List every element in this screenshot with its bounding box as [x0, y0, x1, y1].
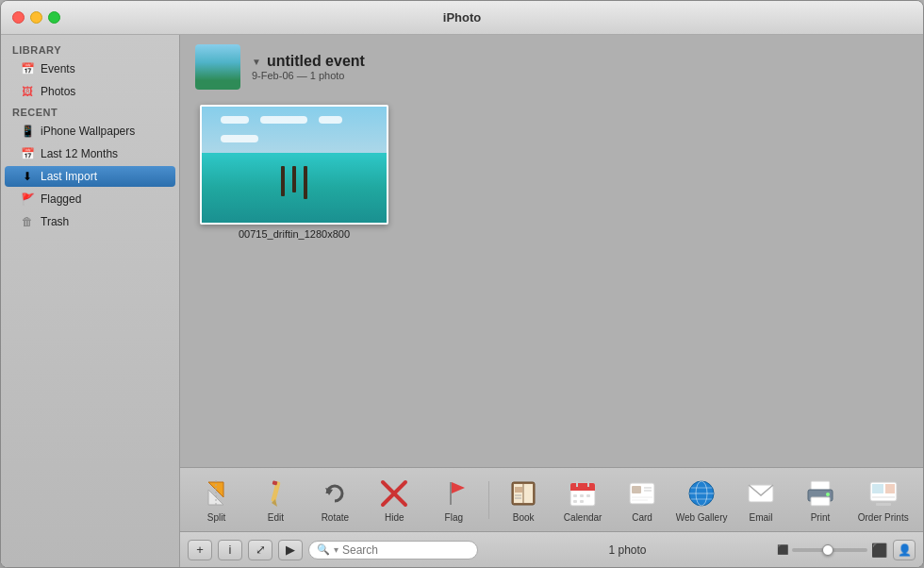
- hide-label: Hide: [385, 512, 404, 523]
- card-label: Card: [632, 512, 652, 523]
- sidebar-item-iphone-wallpapers[interactable]: 📱 iPhone Wallpapers: [5, 121, 175, 142]
- sidebar-item-last-import[interactable]: ⬇ Last Import: [5, 166, 175, 187]
- trash-icon: 🗑: [20, 214, 35, 229]
- print-button[interactable]: Print: [791, 474, 849, 526]
- svg-rect-45: [885, 484, 895, 493]
- sidebar-item-photos[interactable]: 🖼 Photos: [5, 81, 175, 102]
- fullscreen-button[interactable]: ⤢: [248, 540, 272, 560]
- split-label: Split: [207, 512, 225, 523]
- rotate-button[interactable]: Rotate: [306, 474, 364, 526]
- edit-button[interactable]: Edit: [247, 474, 305, 526]
- web-gallery-button[interactable]: Web Gallery: [673, 474, 731, 526]
- rotate-icon: [318, 476, 352, 510]
- sidebar-item-flagged[interactable]: 🚩 Flagged: [5, 189, 175, 209]
- web-gallery-label: Web Gallery: [676, 512, 728, 523]
- book-button[interactable]: Book: [495, 474, 553, 526]
- event-separator: —: [297, 70, 310, 81]
- sidebar-item-trash[interactable]: 🗑 Trash: [5, 211, 175, 232]
- calendar-button[interactable]: Calendar: [554, 474, 612, 526]
- view-button[interactable]: 👤: [893, 540, 916, 560]
- svg-rect-28: [632, 486, 641, 493]
- sidebar-item-label: Last 12 Months: [41, 147, 118, 160]
- svg-rect-22: [573, 494, 577, 497]
- photo-clouds: [221, 116, 369, 142]
- flag-icon: [437, 476, 470, 510]
- split-button[interactable]: Split: [188, 474, 245, 526]
- main-area: LIBRARY 📅 Events 🖼 Photos RECENT 📱 iPhon…: [1, 35, 923, 567]
- disclosure-triangle[interactable]: ▼: [252, 57, 261, 67]
- svg-rect-44: [872, 484, 883, 493]
- minimize-button[interactable]: [30, 11, 42, 24]
- post: [304, 166, 307, 199]
- slider-thumb[interactable]: [822, 544, 833, 556]
- sidebar: LIBRARY 📅 Events 🖼 Photos RECENT 📱 iPhon…: [1, 35, 180, 567]
- info-icon: i: [229, 543, 232, 557]
- photo-item[interactable]: 00715_driftin_1280x800: [195, 105, 393, 240]
- print-icon: [803, 476, 837, 510]
- web-gallery-icon: [685, 476, 718, 510]
- events-icon: 📅: [20, 61, 35, 76]
- sidebar-section-library: LIBRARY: [1, 41, 179, 58]
- flagged-icon: 🚩: [20, 192, 35, 207]
- cloud: [221, 135, 258, 142]
- svg-rect-19: [570, 489, 595, 491]
- sidebar-item-events[interactable]: 📅 Events: [5, 58, 175, 79]
- add-button[interactable]: +: [188, 540, 212, 560]
- sidebar-item-label: Trash: [41, 215, 69, 228]
- hide-button[interactable]: Hide: [366, 474, 423, 526]
- svg-rect-9: [450, 482, 452, 505]
- close-button[interactable]: [12, 11, 25, 24]
- svg-rect-24: [586, 494, 590, 497]
- sidebar-item-last-12-months[interactable]: 📅 Last 12 Months: [5, 143, 175, 164]
- svg-point-42: [826, 493, 830, 496]
- slider-track[interactable]: [792, 548, 867, 552]
- order-prints-button[interactable]: Order Prints: [850, 474, 916, 526]
- maximize-button[interactable]: [48, 11, 60, 24]
- event-subtitle: 9-Feb-06 — 1 photo: [252, 70, 365, 81]
- order-prints-label: Order Prints: [858, 512, 909, 523]
- event-name[interactable]: untitled event: [267, 53, 365, 70]
- calendar-icon: [566, 476, 600, 510]
- view-icon: 👤: [898, 543, 912, 557]
- edit-icon: [258, 476, 292, 510]
- titlebar: iPhoto: [1, 1, 923, 35]
- window-title: iPhoto: [443, 10, 481, 25]
- split-icon: [199, 476, 233, 510]
- sidebar-item-label: Photos: [41, 85, 75, 98]
- search-dropdown[interactable]: ▾: [334, 544, 338, 555]
- email-icon: [744, 476, 778, 510]
- card-icon: [625, 476, 659, 510]
- play-button[interactable]: ▶: [278, 540, 303, 560]
- search-input[interactable]: [342, 543, 465, 557]
- toolbar-separator-1: [488, 481, 489, 519]
- status-text: 1 photo: [484, 543, 771, 557]
- event-thumbnail[interactable]: [195, 44, 240, 90]
- zoom-large-icon: ⬛: [871, 543, 887, 558]
- svg-rect-47: [876, 503, 891, 506]
- event-count: 1 photo: [310, 70, 345, 81]
- last-import-icon: ⬇: [20, 169, 35, 184]
- search-icon: 🔍: [317, 543, 330, 556]
- photo-frame[interactable]: [200, 105, 388, 225]
- cloud: [319, 116, 342, 124]
- svg-rect-25: [573, 500, 577, 503]
- rotate-label: Rotate: [322, 512, 349, 523]
- event-header: ▼ untitled event 9-Feb-06 — 1 photo: [180, 35, 923, 97]
- photos-icon: 🖼: [20, 84, 35, 99]
- sidebar-section-recent: RECENT: [1, 103, 179, 120]
- svg-rect-23: [580, 494, 584, 497]
- photo-content: [202, 107, 387, 223]
- hide-icon: [377, 476, 411, 510]
- card-button[interactable]: Card: [614, 474, 671, 526]
- svg-rect-26: [580, 500, 584, 503]
- flag-button[interactable]: Flag: [425, 474, 483, 526]
- email-button[interactable]: Email: [733, 474, 790, 526]
- zoom-slider: ⬛ ⬛: [777, 543, 887, 558]
- search-bar[interactable]: 🔍 ▾: [308, 541, 478, 560]
- post: [281, 166, 285, 196]
- photo-grid: 00715_driftin_1280x800: [180, 97, 923, 467]
- info-button[interactable]: i: [218, 540, 242, 560]
- sidebar-item-label: Flagged: [41, 192, 81, 206]
- book-label: Book: [513, 512, 535, 523]
- event-title-area: ▼ untitled event 9-Feb-06 — 1 photo: [252, 53, 365, 81]
